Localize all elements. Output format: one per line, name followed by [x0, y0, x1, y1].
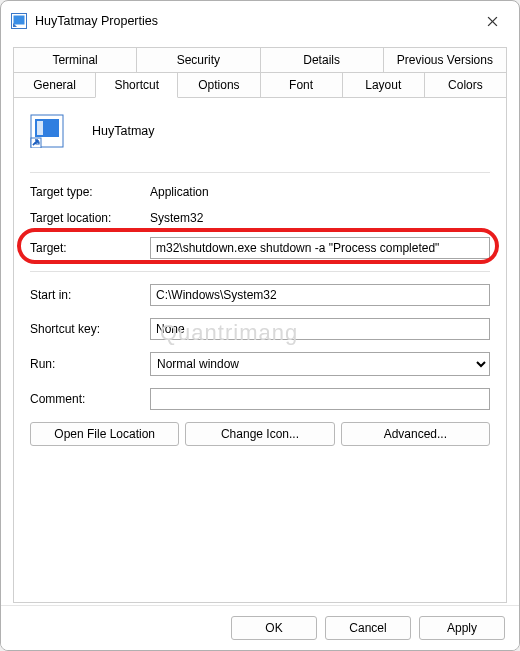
target-type-label: Target type: — [30, 185, 150, 199]
shortcut-app-icon — [11, 13, 27, 29]
advanced-button[interactable]: Advanced... — [341, 422, 490, 446]
tab-security[interactable]: Security — [136, 47, 260, 72]
start-in-input[interactable] — [150, 284, 490, 306]
properties-dialog: HuyTatmay Properties Terminal Security D… — [0, 0, 520, 651]
tab-colors[interactable]: Colors — [424, 72, 507, 97]
comment-label: Comment: — [30, 392, 150, 406]
form-grid: Target type: Application Target location… — [30, 185, 490, 410]
target-location-label: Target location: — [30, 211, 150, 225]
dialog-footer: OK Cancel Apply — [1, 605, 519, 650]
titlebar: HuyTatmay Properties — [1, 1, 519, 37]
shortcut-buttons-row: Open File Location Change Icon... Advanc… — [30, 422, 490, 446]
close-button[interactable] — [475, 7, 509, 35]
comment-input[interactable] — [150, 388, 490, 410]
tab-general[interactable]: General — [13, 72, 96, 97]
svg-rect-1 — [14, 16, 25, 25]
svg-rect-7 — [37, 121, 43, 135]
tabpage-shortcut: HuyTatmay Target type: Application Targe… — [13, 97, 507, 603]
shortcut-key-input[interactable] — [150, 318, 490, 340]
target-input[interactable] — [150, 237, 490, 259]
divider — [30, 172, 490, 173]
shortcut-name: HuyTatmay — [92, 124, 155, 138]
client-area: Terminal Security Details Previous Versi… — [1, 37, 519, 605]
tabstrip: Terminal Security Details Previous Versi… — [13, 47, 507, 97]
tab-layout[interactable]: Layout — [342, 72, 425, 97]
tab-shortcut[interactable]: Shortcut — [95, 72, 178, 98]
target-location-value: System32 — [150, 211, 203, 225]
tab-font[interactable]: Font — [260, 72, 343, 97]
change-icon-button[interactable]: Change Icon... — [185, 422, 334, 446]
tab-previous-versions[interactable]: Previous Versions — [383, 47, 507, 72]
cancel-button[interactable]: Cancel — [325, 616, 411, 640]
run-select[interactable]: Normal window — [150, 352, 490, 376]
run-label: Run: — [30, 357, 150, 371]
apply-button[interactable]: Apply — [419, 616, 505, 640]
shortcut-large-icon — [30, 114, 64, 148]
tab-options[interactable]: Options — [177, 72, 260, 97]
ok-button[interactable]: OK — [231, 616, 317, 640]
target-type-value: Application — [150, 185, 209, 199]
shortcut-key-label: Shortcut key: — [30, 322, 150, 336]
tab-details[interactable]: Details — [260, 47, 384, 72]
tab-terminal[interactable]: Terminal — [13, 47, 137, 72]
target-label: Target: — [30, 241, 150, 255]
start-in-label: Start in: — [30, 288, 150, 302]
open-file-location-button[interactable]: Open File Location — [30, 422, 179, 446]
window-title: HuyTatmay Properties — [35, 14, 475, 28]
divider-2 — [30, 271, 490, 272]
